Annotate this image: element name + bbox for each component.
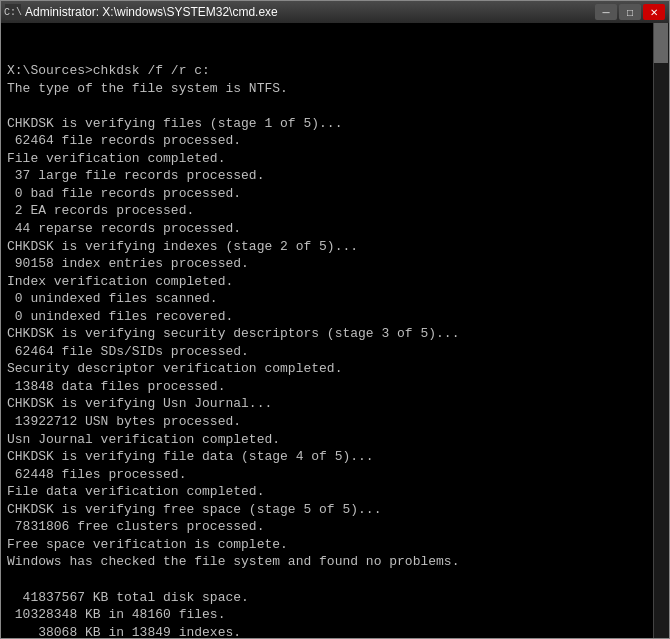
console-line: 2 EA records processed.	[7, 202, 663, 220]
console-line: 90158 index entries processed.	[7, 255, 663, 273]
console-lines: X:\Sources>chkdsk /f /r c:The type of th…	[7, 62, 663, 638]
console-line: 10328348 KB in 48160 files.	[7, 606, 663, 624]
console-line: CHKDSK is verifying indexes (stage 2 of …	[7, 238, 663, 256]
console-line: Index verification completed.	[7, 273, 663, 291]
console-line: 62464 file SDs/SIDs processed.	[7, 343, 663, 361]
console-line: 62464 file records processed.	[7, 132, 663, 150]
restore-button[interactable]: □	[619, 4, 641, 20]
console-line: 62448 files processed.	[7, 466, 663, 484]
console-line: CHKDSK is verifying security descriptors…	[7, 325, 663, 343]
console-line: Usn Journal verification completed.	[7, 431, 663, 449]
console-line: Windows has checked the file system and …	[7, 553, 663, 571]
console-line: CHKDSK is verifying Usn Journal...	[7, 395, 663, 413]
scrollbar-thumb[interactable]	[654, 23, 668, 63]
console-line: CHKDSK is verifying files (stage 1 of 5)…	[7, 115, 663, 133]
scrollbar[interactable]	[653, 23, 669, 638]
console-output: X:\Sources>chkdsk /f /r c:The type of th…	[1, 23, 669, 638]
console-line	[7, 571, 663, 589]
console-line: The type of the file system is NTFS.	[7, 80, 663, 98]
window-controls: ─ □ ✕	[595, 4, 665, 20]
console-line: Security descriptor verification complet…	[7, 360, 663, 378]
console-line: 7831806 free clusters processed.	[7, 518, 663, 536]
console-line: File verification completed.	[7, 150, 663, 168]
console-line: 38068 KB in 13849 indexes.	[7, 624, 663, 638]
console-line: 13922712 USN bytes processed.	[7, 413, 663, 431]
console-line: Free space verification is complete.	[7, 536, 663, 554]
title-bar: C:\ Administrator: X:\windows\SYSTEM32\c…	[1, 1, 669, 23]
cmd-icon: C:\	[5, 4, 21, 20]
console-line: File data verification completed.	[7, 483, 663, 501]
console-line: 41837567 KB total disk space.	[7, 589, 663, 607]
console-line	[7, 97, 663, 115]
console-line: CHKDSK is verifying file data (stage 4 o…	[7, 448, 663, 466]
close-button[interactable]: ✕	[643, 4, 665, 20]
console-line: CHKDSK is verifying free space (stage 5 …	[7, 501, 663, 519]
cmd-window: C:\ Administrator: X:\windows\SYSTEM32\c…	[0, 0, 670, 639]
console-line: 13848 data files processed.	[7, 378, 663, 396]
console-line: 37 large file records processed.	[7, 167, 663, 185]
console-line: X:\Sources>chkdsk /f /r c:	[7, 62, 663, 80]
minimize-button[interactable]: ─	[595, 4, 617, 20]
window-title: Administrator: X:\windows\SYSTEM32\cmd.e…	[25, 5, 278, 19]
console-line: 0 unindexed files recovered.	[7, 308, 663, 326]
console-line: 0 bad file records processed.	[7, 185, 663, 203]
title-bar-left: C:\ Administrator: X:\windows\SYSTEM32\c…	[5, 4, 278, 20]
console-line: 44 reparse records processed.	[7, 220, 663, 238]
console-line: 0 unindexed files scanned.	[7, 290, 663, 308]
